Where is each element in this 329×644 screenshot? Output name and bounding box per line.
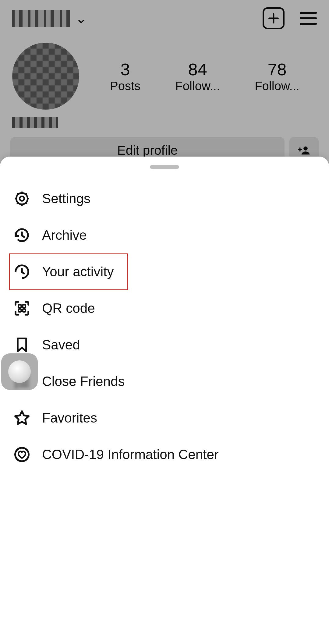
svg-rect-3 (18, 305, 21, 307)
menu-item-label: Favorites (42, 410, 97, 426)
qr-code-icon (13, 300, 30, 317)
activity-clock-icon (13, 263, 30, 280)
menu-item-qr-code[interactable]: QR code (0, 290, 329, 327)
menu-item-favorites[interactable]: Favorites (0, 400, 329, 436)
svg-rect-6 (23, 309, 25, 312)
bottom-sheet-menu: Settings Archive Your activity QR code (0, 157, 329, 644)
history-icon (13, 227, 30, 244)
menu-item-label: Saved (42, 337, 80, 352)
floating-assistive-widget[interactable] (1, 353, 38, 390)
sheet-drag-handle[interactable] (150, 165, 179, 169)
heart-circle-icon (13, 446, 30, 463)
menu-item-label: Your activity (42, 264, 114, 279)
menu-item-close-friends[interactable]: Close Friends (0, 363, 329, 400)
menu-item-archive[interactable]: Archive (0, 217, 329, 253)
menu-item-label: Settings (42, 191, 90, 206)
gear-icon (13, 190, 30, 207)
bookmark-icon (13, 336, 30, 353)
menu-item-label: Close Friends (42, 374, 125, 389)
svg-rect-5 (18, 309, 21, 312)
star-icon (13, 409, 30, 426)
menu-item-saved[interactable]: Saved (0, 327, 329, 363)
menu-list: Settings Archive Your activity QR code (0, 180, 329, 473)
menu-item-label: Archive (42, 228, 87, 243)
menu-item-your-activity[interactable]: Your activity (9, 253, 128, 290)
svg-rect-4 (23, 305, 25, 307)
menu-item-settings[interactable]: Settings (0, 180, 329, 217)
menu-item-covid-center[interactable]: COVID-19 Information Center (0, 436, 329, 473)
assistive-inner-icon (8, 360, 31, 383)
menu-item-label: QR code (42, 301, 95, 316)
svg-point-2 (20, 196, 24, 201)
svg-point-7 (15, 448, 29, 461)
menu-item-label: COVID-19 Information Center (42, 447, 219, 462)
